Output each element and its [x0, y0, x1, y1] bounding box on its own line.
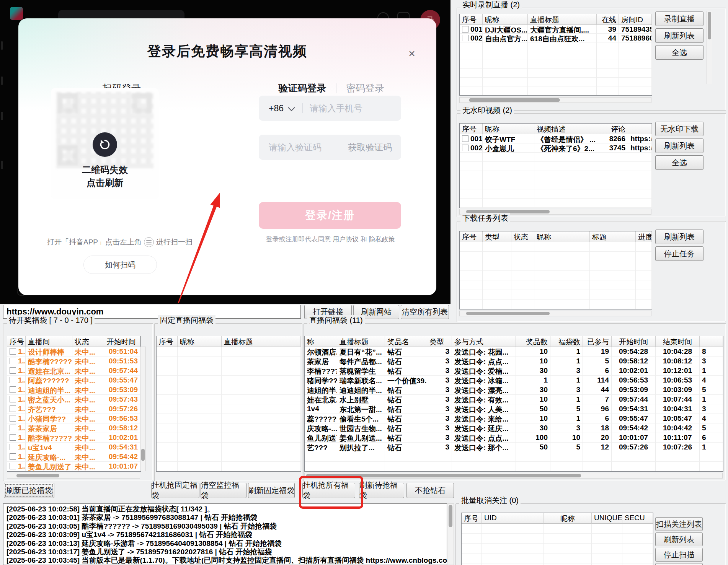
no-diamond-button[interactable]: 不抢钻石 [406, 483, 454, 498]
column-header[interactable]: 直播标题 [222, 336, 275, 347]
country-code-select[interactable]: +86 [259, 103, 284, 114]
log-output[interactable]: [2025-06-23 10:02:58] 当前直播间正在发放福袋状态[ 11/… [3, 503, 447, 565]
row-checkbox[interactable] [462, 145, 468, 151]
table-row[interactable]: 茶家居每件产品都...钻石3发送口令: 点点...101509:58:1210:… [305, 357, 723, 366]
refresh-grabbed-bags-button[interactable]: 刷新已抢福袋 [4, 483, 54, 498]
table-row[interactable]: 鱼儿别送了姜鱼儿别送...钻石3发送口令: 点点...100102010:01:… [305, 433, 723, 443]
column-header[interactable]: 类型 [427, 336, 452, 347]
column-header[interactable]: 直播标题 [528, 14, 597, 25]
qr-code-panel[interactable]: 二维码失效 点击刷新 [51, 88, 159, 199]
clear-monitor-bags-button[interactable]: 清空监控福袋 [201, 483, 246, 498]
table-row[interactable]: 1...齐艺???未中...09:57:26 [7, 404, 140, 414]
scan-follow-list-button[interactable]: 扫描关注列表 [655, 517, 703, 531]
column-header[interactable]: 视频描述 [534, 124, 605, 134]
tab-sms-login[interactable]: 验证码登录 [276, 82, 329, 94]
login-register-button[interactable]: 登录/注册 [259, 202, 401, 229]
table-row[interactable]: 猪同学??瑞幸新联名...一个价值39...3发送口令: 冰箱...111140… [305, 376, 723, 385]
row-checkbox[interactable] [462, 135, 468, 142]
column-header[interactable]: 标题 [590, 231, 636, 242]
row-checkbox[interactable] [10, 358, 16, 364]
column-header[interactable]: 评论 [605, 124, 628, 134]
table-row[interactable]: 1...设计师棒棒未中...09:51:04 [7, 347, 140, 357]
table-row[interactable]: 002小盒崽儿《死神来了6》2...3745https://www. [460, 143, 652, 153]
auto-grab-fixed-button[interactable]: 挂机抢固定福袋 [151, 483, 199, 498]
column-header[interactable]: 直播标题 [337, 336, 385, 347]
row-checkbox[interactable] [10, 425, 16, 431]
how-to-scan-button[interactable]: 如何扫码 [83, 256, 157, 274]
user-agreement-link[interactable]: 用户协议 [333, 236, 359, 243]
download-no-watermark-button[interactable]: 无水印下载 [655, 122, 704, 136]
row-checkbox[interactable] [10, 377, 16, 383]
select-all-button[interactable]: 全选 [655, 155, 704, 170]
column-header[interactable]: 状态 [511, 231, 534, 242]
column-header[interactable]: 开始时间 [612, 336, 656, 347]
column-header[interactable]: 序号 [7, 336, 26, 347]
phone-input[interactable]: +86 请输入手机号 [259, 96, 401, 121]
table-row[interactable]: 1...姜鱼儿别送了未中...10:01:07 [7, 462, 140, 471]
column-header[interactable]: 进度 [636, 231, 652, 242]
column-header[interactable]: 昵称 [483, 14, 528, 25]
table-row[interactable]: 002自由点官方...618自由点狂欢...4475188960 [460, 34, 652, 42]
stop-scan-button[interactable]: 停止扫描 [655, 548, 703, 562]
row-checkbox[interactable] [10, 463, 16, 469]
close-icon[interactable]: × [404, 46, 419, 61]
row-checkbox[interactable] [10, 348, 16, 355]
stop-task-button[interactable]: 停止任务 [655, 246, 704, 261]
refresh-list-button[interactable]: 刷新列表 [655, 28, 704, 43]
privacy-policy-link[interactable]: 隐私政策 [369, 236, 395, 243]
table-row[interactable]: 1...小猪同学??未中...09:56:53 [7, 414, 140, 423]
column-header[interactable]: 序号 [460, 14, 483, 25]
row-checkbox[interactable] [462, 26, 468, 33]
table-row[interactable]: 1...阿蕊??????未中...09:55:47 [7, 376, 140, 385]
table-row[interactable]: 尔顿酒店...夏日有“花”...钻石3发送口令: 花园...1011909:54… [305, 347, 723, 357]
column-header[interactable]: 房间ID [619, 14, 652, 25]
row-checkbox[interactable] [10, 405, 16, 412]
table-row[interactable]: 001DJI大疆OS...大疆官方直播间,...3975189435 [460, 25, 652, 34]
column-header[interactable]: 直播间 [26, 336, 72, 347]
column-header[interactable] [275, 336, 301, 347]
column-header[interactable]: SECU [622, 513, 653, 524]
refresh-fixed-bags-button[interactable]: 刷新固定福袋 [248, 483, 295, 498]
get-code-button[interactable]: 获取验证码 [348, 142, 401, 153]
column-header[interactable]: 结束时间 [656, 336, 700, 347]
row-checkbox[interactable] [10, 396, 16, 402]
row-checkbox[interactable] [10, 434, 16, 441]
table-row[interactable]: 1...迪迪姐的半...未中...09:53:09 [7, 385, 140, 395]
column-header[interactable]: UNIQUE [592, 513, 622, 524]
column-header[interactable]: 开始时间 [102, 336, 140, 347]
tab-password-login[interactable]: 密码登录 [342, 82, 388, 94]
table-row[interactable]: 1v4东北第一甜...钻石3发送口令: 人美...5059609:54:3110… [305, 404, 723, 414]
column-header[interactable]: 序号 [157, 336, 178, 347]
refresh-list-button[interactable]: 刷新列表 [655, 532, 703, 546]
horizontal-scrollbar[interactable] [304, 473, 723, 479]
table-row[interactable]: 庆攻略-...世园古生物...钻石3发送口令: 延庆...3031809:54:… [305, 423, 723, 433]
column-header[interactable]: 昵称 [178, 336, 222, 347]
partial-button[interactable] [655, 563, 703, 565]
horizontal-scrollbar[interactable] [7, 473, 140, 479]
column-header[interactable] [628, 124, 652, 134]
table-row[interactable]: 1...酷李楠??????未中...10:02:01 [7, 433, 140, 443]
refresh-pending-grab-button[interactable]: 刷新待抢福袋 [359, 483, 404, 498]
table-row[interactable]: 1...密之蓝天小...未中...09:57:43 [7, 395, 140, 404]
table-row[interactable]: 1...u宝1v4未中...09:54:31 [7, 443, 140, 452]
vertical-scrollbar[interactable] [707, 11, 712, 84]
column-header[interactable]: 参与方式 [452, 336, 516, 347]
row-checkbox[interactable] [10, 415, 16, 422]
row-checkbox[interactable] [462, 35, 468, 41]
row-checkbox[interactable] [10, 444, 16, 450]
table-row[interactable]: 娃在北京...水上别墅钻石3发送口令: 有效...101709:57:4410:… [305, 395, 723, 404]
column-header[interactable]: 福袋数 [550, 336, 583, 347]
column-header[interactable] [700, 336, 723, 347]
table-row[interactable]: 1...茶茶家居未中...09:58:12 [7, 423, 140, 433]
vertical-scrollbar[interactable] [140, 347, 146, 471]
horizontal-scrollbar[interactable] [459, 97, 651, 103]
column-header[interactable]: 序号 [462, 513, 482, 524]
column-header[interactable]: 昵称 [534, 231, 590, 242]
row-checkbox[interactable] [10, 367, 16, 374]
clear-all-lists-button[interactable]: 清空所有列表 [401, 305, 449, 319]
select-all-button[interactable]: 全选 [655, 45, 704, 60]
refresh-list-button[interactable]: 刷新列表 [655, 138, 704, 153]
table-row[interactable]: 001饺子WTF《曾经是情侣》 ...8266https://www. [460, 134, 652, 143]
column-header[interactable]: 在线 [597, 14, 619, 25]
table-row[interactable]: 李楠??????落魄留学生钻石3发送口令: 爱楠...303610:02:011… [305, 366, 723, 376]
